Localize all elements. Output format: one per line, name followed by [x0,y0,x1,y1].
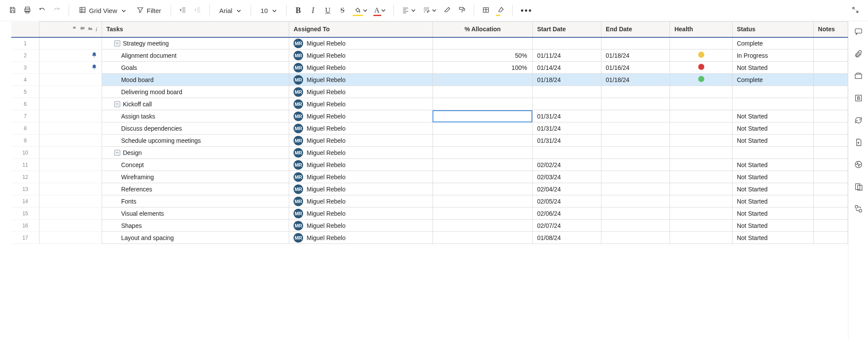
more-button[interactable]: ••• [518,3,535,17]
col-header-health[interactable]: Health [670,22,733,37]
row-number[interactable]: 9 [11,135,40,147]
assigned-cell[interactable]: MRMiguel Rebelo [289,49,433,62]
end-date-cell[interactable]: 01/16/24 [601,62,670,74]
start-date-cell[interactable]: 01/11/24 [532,49,601,62]
status-cell[interactable]: Not Started [732,195,813,207]
task-cell[interactable]: −Design [102,147,289,159]
row-number[interactable]: 16 [11,220,40,232]
start-date-cell[interactable] [532,86,601,98]
status-cell[interactable]: Complete [732,37,813,49]
align-button[interactable] [399,3,418,17]
allocation-cell[interactable] [432,74,532,86]
health-cell[interactable] [670,122,733,135]
expand-button[interactable] [849,3,862,17]
health-cell[interactable] [670,86,733,98]
end-date-cell[interactable] [601,220,670,232]
end-date-cell[interactable] [601,122,670,135]
assigned-cell[interactable]: MRMiguel Rebelo [289,147,433,159]
collapse-toggle-icon[interactable]: − [114,40,120,46]
task-cell[interactable]: Concept [102,159,289,171]
assigned-cell[interactable]: MRMiguel Rebelo [289,159,433,171]
task-cell[interactable]: Discuss dependencies [102,122,289,135]
health-cell[interactable] [670,37,733,49]
health-cell[interactable] [670,49,733,62]
allocation-cell[interactable] [432,135,532,147]
status-cell[interactable]: Not Started [732,62,813,74]
outdent-button[interactable] [176,3,189,17]
status-cell[interactable]: Not Started [732,232,813,244]
start-date-cell[interactable]: 02/02/24 [532,159,601,171]
task-cell[interactable]: Wireframing [102,171,289,183]
status-cell[interactable]: In Progress [732,49,813,62]
start-date-cell[interactable]: 01/31/24 [532,135,601,147]
status-cell[interactable]: Not Started [732,207,813,220]
allocation-cell[interactable]: 100% [432,62,532,74]
health-cell[interactable] [670,171,733,183]
health-cell[interactable] [670,220,733,232]
status-cell[interactable]: Complete [732,74,813,86]
row-number[interactable]: 14 [11,195,40,207]
end-date-cell[interactable] [601,98,670,110]
allocation-cell[interactable] [432,207,532,220]
filter-button[interactable]: Filter [132,3,165,17]
attachments-panel-button[interactable] [854,49,863,59]
col-header-end[interactable]: End Date [601,22,670,37]
notes-cell[interactable] [813,183,848,195]
start-date-cell[interactable]: 02/05/24 [532,195,601,207]
undo-button[interactable] [36,3,49,17]
task-cell[interactable]: Schedule upcoming meetings [102,135,289,147]
row-number[interactable]: 1 [11,37,40,49]
notes-cell[interactable] [813,110,848,122]
assigned-cell[interactable]: MRMiguel Rebelo [289,207,433,220]
notes-cell[interactable] [813,122,848,135]
end-date-cell[interactable] [601,195,670,207]
status-cell[interactable]: Not Started [732,171,813,183]
notes-cell[interactable] [813,98,848,110]
strikethrough-button[interactable]: S [336,3,349,17]
start-date-cell[interactable]: 01/31/24 [532,110,601,122]
collapse-toggle-icon[interactable]: − [114,150,120,156]
row-number[interactable]: 4 [11,74,40,86]
task-cell[interactable]: Delivering mood board [102,86,289,98]
notes-cell[interactable] [813,232,848,244]
assigned-cell[interactable]: MRMiguel Rebelo [289,135,433,147]
health-cell[interactable] [670,98,733,110]
bold-button[interactable]: B [292,3,305,17]
start-date-cell[interactable] [532,147,601,159]
assigned-cell[interactable]: MRMiguel Rebelo [289,232,433,244]
end-date-cell[interactable] [601,159,670,171]
health-cell[interactable] [670,110,733,122]
upload-panel-button[interactable] [854,138,863,148]
end-date-cell[interactable] [601,110,670,122]
row-number[interactable]: 12 [11,171,40,183]
task-cell[interactable]: Mood board [102,74,289,86]
notes-cell[interactable] [813,49,848,62]
status-cell[interactable]: Not Started [732,220,813,232]
start-date-cell[interactable] [532,37,601,49]
start-date-cell[interactable] [532,98,601,110]
assigned-cell[interactable]: MRMiguel Rebelo [289,98,433,110]
allocation-cell[interactable] [432,220,532,232]
notes-cell[interactable] [813,195,848,207]
allocation-cell[interactable] [432,159,532,171]
notes-cell[interactable] [813,135,848,147]
fill-color-button[interactable] [351,3,370,17]
proofs-panel-button[interactable] [854,72,863,82]
row-number[interactable]: 2 [11,49,40,62]
status-cell[interactable]: Not Started [732,159,813,171]
task-cell[interactable]: Fonts [102,195,289,207]
allocation-cell[interactable] [432,232,532,244]
start-date-cell[interactable]: 02/04/24 [532,183,601,195]
allocation-cell[interactable] [432,183,532,195]
row-number[interactable]: 7 [11,110,40,122]
conditional-format-button[interactable] [479,3,492,17]
notes-cell[interactable] [813,207,848,220]
reminder-bell-icon[interactable] [91,52,97,59]
status-cell[interactable]: Not Started [732,135,813,147]
notes-cell[interactable] [813,74,848,86]
end-date-cell[interactable] [601,183,670,195]
end-date-cell[interactable]: 01/18/24 [601,49,670,62]
summary-panel-button[interactable] [854,182,863,192]
highlight-button[interactable] [494,3,507,17]
refresh-panel-button[interactable] [854,116,863,126]
